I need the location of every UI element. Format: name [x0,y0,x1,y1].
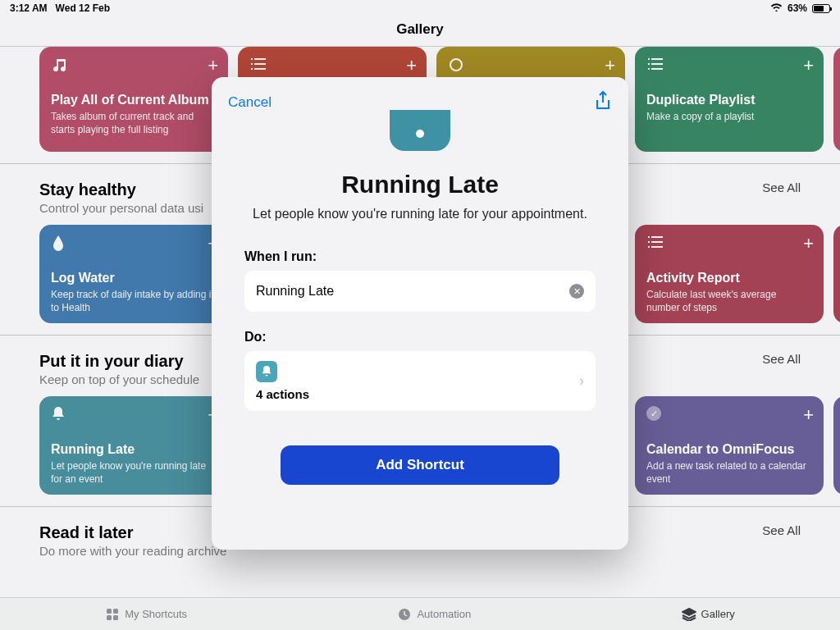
plus-icon[interactable]: + [605,55,615,76]
section-subtitle: Control your personal data usi [39,201,203,215]
card-running-late[interactable]: + Running Late Let people know you're ru… [39,396,228,495]
music-icon [51,57,217,76]
tab-label: Automation [417,608,471,620]
stack-icon [682,607,696,622]
drop-icon [51,235,217,254]
do-label: Do: [244,330,596,345]
grid-icon [105,607,120,622]
section-subtitle: Keep on top of your schedule [39,372,199,386]
section-subtitle: Do more with your reading archive [39,544,226,558]
svg-rect-1 [107,609,112,614]
plus-icon[interactable]: + [803,55,814,76]
shortcut-name-input[interactable] [256,284,569,299]
cancel-button[interactable]: Cancel [228,94,272,111]
card-title: Calendar to OmniFocus [646,442,812,457]
status-right: 63% [770,2,830,14]
list-icon [249,57,415,76]
wifi-icon [770,2,783,14]
svg-point-0 [450,59,462,71]
tab-label: Gallery [701,608,735,620]
card-edge[interactable] [833,225,840,323]
chevron-right-icon: › [579,372,584,390]
tab-gallery[interactable]: Gallery [682,607,735,622]
card-title: Play All of Current Album [51,93,217,107]
plus-icon[interactable]: + [406,55,417,76]
circle-icon [448,57,614,76]
card-activity-report[interactable]: + Activity Report Calculate last week's … [635,225,824,323]
section-title: Read it later [39,523,226,542]
when-label: When I run: [244,249,596,264]
share-icon[interactable] [594,90,612,115]
status-date: Wed 12 Feb [56,2,110,14]
card-title: Running Late [51,442,217,457]
card-title: Log Water [51,271,217,285]
tab-bar: My Shortcuts Automation Gallery [0,597,840,630]
bell-icon [256,361,277,382]
see-all-link[interactable]: See All [762,180,801,194]
modal-title: Running Late [212,171,628,199]
check-icon: ✓ [646,406,812,426]
card-subtitle: Keep track of daily intake by adding it … [51,289,217,314]
actions-row[interactable]: 4 actions › [244,351,596,411]
card-play-all[interactable]: + Play All of Current Album Takes album … [39,47,228,152]
see-all-link[interactable]: See All [762,352,801,366]
actions-count: 4 actions [256,387,309,401]
plus-icon[interactable]: + [803,404,814,426]
battery-icon [812,4,830,13]
card-subtitle: Add a new task related to a calendar eve… [646,460,812,486]
status-left: 3:12 AM Wed 12 Feb [10,2,110,14]
section-title: Stay healthy [39,180,203,199]
card-calendar-omnifocus[interactable]: + ✓ Calendar to OmniFocus Add a new task… [635,396,824,495]
status-bar: 3:12 AM Wed 12 Feb 63% [0,0,840,16]
shortcut-name-field[interactable]: ✕ [244,271,596,312]
shortcut-detail-modal: Cancel Running Late Let people know you'… [212,77,628,550]
see-all-link[interactable]: See All [762,523,801,537]
card-subtitle: Calculate last week's average number of … [646,289,812,314]
plus-icon[interactable]: + [803,233,814,254]
page-title: Gallery [0,16,840,46]
svg-rect-2 [113,609,118,614]
bell-icon [51,406,217,426]
card-subtitle: Let people know you're running late for … [51,460,217,486]
card-duplicate-playlist[interactable]: + Duplicate Playlist Make a copy of a pl… [635,47,824,152]
svg-rect-3 [107,615,112,620]
add-shortcut-button[interactable]: Add Shortcut [281,445,559,485]
card-edge[interactable] [833,47,840,152]
clock-icon [397,607,412,622]
card-title: Activity Report [646,271,812,285]
card-log-water[interactable]: + Log Water Keep track of daily intake b… [39,225,228,323]
tab-automation[interactable]: Automation [397,607,471,622]
card-edge[interactable] [833,396,840,495]
plus-icon[interactable]: + [208,55,218,76]
section-title: Put it in your diary [39,352,199,371]
clear-icon[interactable]: ✕ [569,284,584,299]
modal-subtitle: Let people know you're running late for … [212,199,628,221]
shortcut-tile-icon [390,110,450,151]
card-subtitle: Make a copy of a playlist [646,111,812,124]
list-icon [646,57,812,76]
status-time: 3:12 AM [10,2,48,14]
card-subtitle: Takes album of current track and starts … [51,111,217,136]
tab-label: My Shortcuts [125,608,187,620]
list-icon [646,235,812,254]
svg-rect-4 [113,615,118,620]
tab-my-shortcuts[interactable]: My Shortcuts [105,607,187,622]
card-title: Duplicate Playlist [646,93,812,107]
battery-pct: 63% [788,2,807,14]
